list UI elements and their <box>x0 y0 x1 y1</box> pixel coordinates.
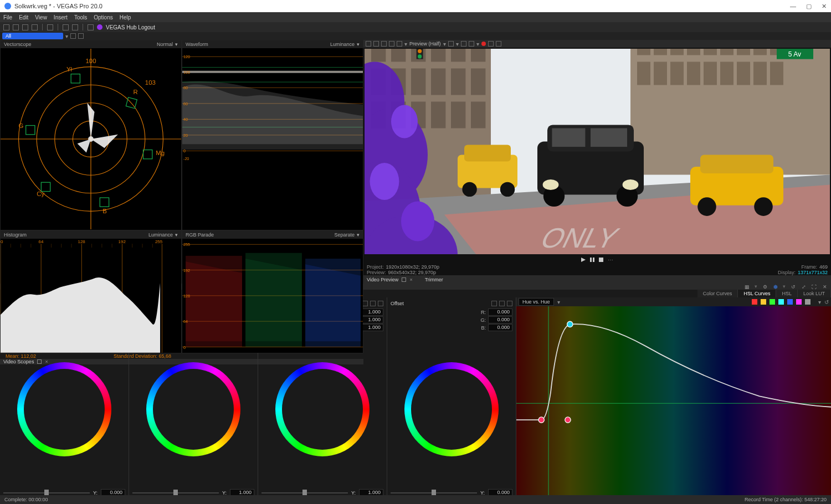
new-icon[interactable] <box>3 24 9 30</box>
redo-icon[interactable] <box>72 24 78 30</box>
hub-logout[interactable]: VEGAS Hub Logout <box>106 24 155 30</box>
menu-insert[interactable]: Insert <box>54 14 68 20</box>
preview-bypass-icon[interactable] <box>397 41 402 47</box>
wheel-b-input[interactable]: 0.000 <box>488 324 512 331</box>
vectorscope-mode[interactable]: Normal <box>157 42 173 47</box>
save-snapshot-icon[interactable] <box>496 41 501 47</box>
waveform-scope: Waveform Luminance▾ 120100806040200-20 <box>182 40 363 230</box>
curve-swatch[interactable] <box>787 299 793 305</box>
play-button[interactable] <box>581 258 586 262</box>
wheel-y-slider[interactable] <box>261 492 348 493</box>
menu-edit[interactable]: Edit <box>19 14 28 20</box>
wheel-g-input[interactable]: 0.000 <box>488 316 512 323</box>
menu-file[interactable]: File <box>3 14 12 20</box>
upload-icon[interactable] <box>88 24 94 30</box>
separator <box>83 24 83 30</box>
waveform-mode[interactable]: Luminance <box>330 42 355 47</box>
preview-settings-icon[interactable] <box>366 41 371 47</box>
dropdown-icon[interactable]: ▾ <box>175 232 178 238</box>
hub-icon[interactable] <box>97 24 102 30</box>
open-icon[interactable] <box>13 24 19 30</box>
curve-swatch[interactable] <box>770 299 775 305</box>
curve-reset-icon[interactable]: ↺ <box>824 299 829 305</box>
fx-undock-icon[interactable]: ⤢ <box>801 284 807 290</box>
filter-pin-icon[interactable] <box>70 33 76 39</box>
maximize-button[interactable]: ▢ <box>806 3 812 10</box>
fx-preset-icon[interactable]: ▦ <box>744 284 750 290</box>
color-wheel[interactable] <box>132 331 254 487</box>
filter-bar: All ▾ <box>0 32 831 40</box>
close-button[interactable]: ✕ <box>822 3 827 10</box>
curve-editor[interactable] <box>516 306 831 501</box>
tab-trimmer[interactable]: Trimmer <box>425 277 443 282</box>
curve-swatch[interactable] <box>796 299 802 305</box>
wheel-r-input[interactable]: 0.000 <box>488 308 512 316</box>
preview-fx-icon[interactable] <box>381 41 387 47</box>
render-icon[interactable] <box>32 24 38 30</box>
dropdown-icon[interactable]: ▾ <box>175 42 178 47</box>
curve-swatch[interactable] <box>778 299 784 305</box>
wheel-settings-icon[interactable] <box>362 301 368 306</box>
svg-point-155 <box>538 417 544 423</box>
menu-tools[interactable]: Tools <box>74 14 87 20</box>
dropdown-icon[interactable]: ▾ <box>357 232 360 238</box>
color-wheel[interactable] <box>261 331 383 487</box>
svg-point-21 <box>88 136 94 142</box>
filter-close-icon[interactable] <box>78 33 84 39</box>
histogram-mode[interactable]: Luminance <box>148 232 173 238</box>
filter-chip[interactable]: All <box>2 33 63 39</box>
preview-quality[interactable]: Preview (Half) <box>409 41 441 47</box>
curve-swatch[interactable] <box>805 299 811 305</box>
preview-device-icon[interactable] <box>373 41 379 47</box>
record-icon[interactable] <box>481 42 486 46</box>
curve-mode-select[interactable]: Hue vs. Hue <box>519 298 554 306</box>
tab-video-preview[interactable]: Video Preview <box>367 277 398 282</box>
curve-swatch[interactable] <box>761 299 766 305</box>
color-wheel[interactable] <box>391 331 512 487</box>
fx-reset-icon[interactable]: ↺ <box>790 284 796 290</box>
menu-options[interactable]: Options <box>94 14 112 20</box>
pause-button[interactable] <box>590 258 594 262</box>
svg-text:255: 255 <box>155 239 163 244</box>
dock-pin-icon[interactable] <box>402 277 406 282</box>
parade-mode[interactable]: Separate <box>334 232 355 238</box>
wheel-y-slider[interactable] <box>391 492 477 493</box>
wheel-y-slider[interactable] <box>3 492 90 493</box>
undo-icon[interactable] <box>63 24 69 30</box>
tab-color-curves[interactable]: Color Curves <box>697 290 738 297</box>
dropdown-icon[interactable]: ▾ <box>357 42 360 47</box>
tab-hsl-curves[interactable]: HSL Curves <box>738 290 776 297</box>
fx-bypass-icon[interactable]: ⬢ <box>772 284 778 290</box>
minimize-button[interactable]: — <box>790 3 796 10</box>
wheel-eyedropper-icon[interactable] <box>370 301 376 306</box>
save-icon[interactable] <box>22 24 28 30</box>
chip-dropdown-icon[interactable]: ▾ <box>65 33 68 39</box>
wheel-reset-icon[interactable] <box>507 301 512 306</box>
wheel-eyedropper-icon[interactable] <box>499 301 505 306</box>
safe-area-icon[interactable] <box>461 41 466 47</box>
preview-split-icon[interactable] <box>389 41 394 47</box>
properties-icon[interactable] <box>47 24 53 30</box>
more-icon[interactable]: ⋯ <box>608 257 613 263</box>
fx-expand-icon[interactable]: ⛶ <box>811 284 817 290</box>
curve-swatch[interactable] <box>752 299 757 305</box>
copy-snapshot-icon[interactable] <box>488 41 494 47</box>
tab-close-icon[interactable]: × <box>409 277 412 282</box>
overlay-icon[interactable] <box>448 41 454 47</box>
fx-close-icon[interactable]: ✕ <box>822 284 828 290</box>
stop-button[interactable] <box>599 258 603 262</box>
fx-chain-icon[interactable]: ⚙ <box>762 284 768 290</box>
menu-view[interactable]: View <box>35 14 47 20</box>
curve-more-icon[interactable]: ▾ <box>818 299 821 305</box>
wheel-settings-icon[interactable] <box>491 301 497 306</box>
snapshot-icon[interactable] <box>469 41 474 47</box>
tab-look-lut[interactable]: Look LUT <box>798 290 831 297</box>
wheel-y-slider[interactable] <box>132 492 219 493</box>
wheel-reset-icon[interactable] <box>378 301 383 306</box>
preview-viewport[interactable]: 5 Av ONLY <box>365 49 830 254</box>
svg-text:128: 128 <box>183 294 190 299</box>
tab-hsl[interactable]: HSL <box>776 290 798 297</box>
menu-help[interactable]: Help <box>120 14 131 20</box>
svg-point-157 <box>565 417 571 423</box>
color-wheel[interactable] <box>3 331 125 487</box>
